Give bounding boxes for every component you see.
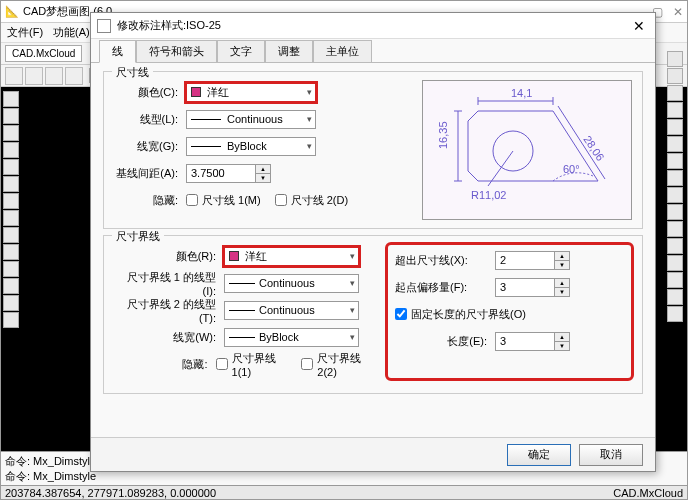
ext-color-select[interactable]: 洋红 [224,247,359,266]
tool-btn[interactable] [3,278,19,294]
app-icon: 📐 [5,5,19,19]
tool-btn[interactable] [3,159,19,175]
fieldset-extlines: 尺寸界线 颜色(R): 洋红 尺寸界线 1 的线型 (I): Continuou… [103,235,643,394]
offset-input[interactable]: 3 [495,278,555,297]
tool-btn[interactable] [667,68,683,84]
beyond-input[interactable]: 2 [495,251,555,270]
tool-btn[interactable] [3,261,19,277]
dimline-ltype-select[interactable]: Continuous [186,110,316,129]
tool-btn[interactable] [3,295,19,311]
hide-dim2-checkbox[interactable]: 尺寸线 2(D) [275,193,348,208]
tool-btn[interactable] [667,255,683,271]
ok-button[interactable]: 确定 [507,444,571,466]
legend-extlines: 尺寸界线 [112,229,164,244]
ext-lt2-select[interactable]: Continuous [224,301,359,320]
tool-btn[interactable] [3,142,19,158]
menu-func[interactable]: 功能(A) [53,25,90,40]
tool-btn[interactable] [667,187,683,203]
tool-btn[interactable] [3,312,19,328]
tool-btn[interactable] [667,119,683,135]
dialog-title: 修改标注样式:ISO-25 [117,18,221,33]
line-icon [229,310,255,311]
baseline-spinner[interactable]: ▲▼ [256,164,271,183]
menu-file[interactable]: 文件(F) [7,25,43,40]
hide-dim1-checkbox[interactable]: 尺寸线 1(M) [186,193,261,208]
hide-ext1-checkbox[interactable]: 尺寸界线 1(1) [216,351,292,378]
lweight-label: 线宽(G): [114,139,186,154]
tab-arrows[interactable]: 符号和箭头 [136,40,217,63]
ext-hide-label: 隐藏: [114,357,216,372]
baseline-label: 基线间距(A): [114,166,186,181]
tool-btn[interactable] [3,193,19,209]
fixed-len-checkbox[interactable]: 固定长度的尺寸界线(O) [395,307,526,322]
status-bar: 203784.387654, 277971.089283, 0.000000 C… [1,485,687,499]
tab-text[interactable]: 文字 [217,40,265,63]
ext-lt2-label: 尺寸界线 2 的线型 (T): [114,297,224,324]
dialog-icon [97,19,111,33]
tab-fit[interactable]: 调整 [265,40,313,63]
offset-spinner[interactable]: ▲▼ [555,278,570,297]
left-tool-palette [3,91,21,328]
hide-ext2-checkbox[interactable]: 尺寸界线 2(2) [301,351,377,378]
beyond-spinner[interactable]: ▲▼ [555,251,570,270]
line-icon [229,283,255,284]
pv-a: 60° [563,163,580,175]
tool-btn[interactable] [3,125,19,141]
tool-btn[interactable] [3,227,19,243]
tool-btn[interactable] [3,108,19,124]
tool-btn[interactable] [667,85,683,101]
tab-lines[interactable]: 线 [99,40,136,63]
close-icon[interactable]: ✕ [629,16,649,36]
tool-btn[interactable] [667,170,683,186]
tool-btn[interactable] [3,210,19,226]
hide-label: 隐藏: [114,193,186,208]
tool-btn[interactable] [667,289,683,305]
tool-btn[interactable] [667,136,683,152]
tbtn[interactable] [25,67,43,85]
pv-r: R11,02 [471,189,506,201]
dimline-color-select[interactable]: 洋红 [186,83,316,102]
color-label: 颜色(C): [114,85,186,100]
len-input[interactable]: 3 [495,332,555,351]
dim-preview: 14,1 16,35 28,06 60° R11,02 [422,80,632,220]
offset-label: 起点偏移量(F): [395,280,495,295]
tool-btn[interactable] [667,102,683,118]
pv-h: 16,35 [437,121,449,149]
dialog-footer: 确定 取消 [91,437,655,471]
tool-btn[interactable] [667,51,683,67]
tool-btn[interactable] [667,306,683,322]
ext-lt1-select[interactable]: Continuous [224,274,359,293]
right-tool-palette [667,51,685,322]
legend-dimlines: 尺寸线 [112,65,153,80]
tab-mxcloud[interactable]: CAD.MxCloud [5,45,82,62]
tool-btn[interactable] [3,91,19,107]
len-label: 长度(E): [395,334,495,349]
ltype-label: 线型(L): [114,112,186,127]
pv-w: 14,1 [511,87,532,99]
tbtn[interactable] [45,67,63,85]
tbtn[interactable] [65,67,83,85]
line-icon [191,146,221,147]
dialog-tabs: 线 符号和箭头 文字 调整 主单位 [91,39,655,63]
tool-btn[interactable] [667,153,683,169]
baseline-input[interactable]: 3.7500 [186,164,256,183]
fieldset-dimlines: 尺寸线 颜色(C): 洋红 线型(L): Continuous 线宽(G): B… [103,71,643,229]
tool-btn[interactable] [3,244,19,260]
tool-btn[interactable] [3,176,19,192]
dialog-titlebar[interactable]: 修改标注样式:ISO-25 ✕ [91,13,655,39]
tool-btn[interactable] [667,272,683,288]
line-icon [191,119,221,120]
status-right: CAD.MxCloud [613,487,683,499]
tool-btn[interactable] [667,221,683,237]
tab-units[interactable]: 主单位 [313,40,372,63]
tbtn[interactable] [5,67,23,85]
color-swatch-icon [191,87,201,97]
dimline-lweight-select[interactable]: ByBlock [186,137,316,156]
ext-lt1-label: 尺寸界线 1 的线型 (I): [114,270,224,297]
ext-color-label: 颜色(R): [114,249,224,264]
ext-lw-select[interactable]: ByBlock [224,328,359,347]
tool-btn[interactable] [667,204,683,220]
cancel-button[interactable]: 取消 [579,444,643,466]
tool-btn[interactable] [667,238,683,254]
len-spinner[interactable]: ▲▼ [555,332,570,351]
